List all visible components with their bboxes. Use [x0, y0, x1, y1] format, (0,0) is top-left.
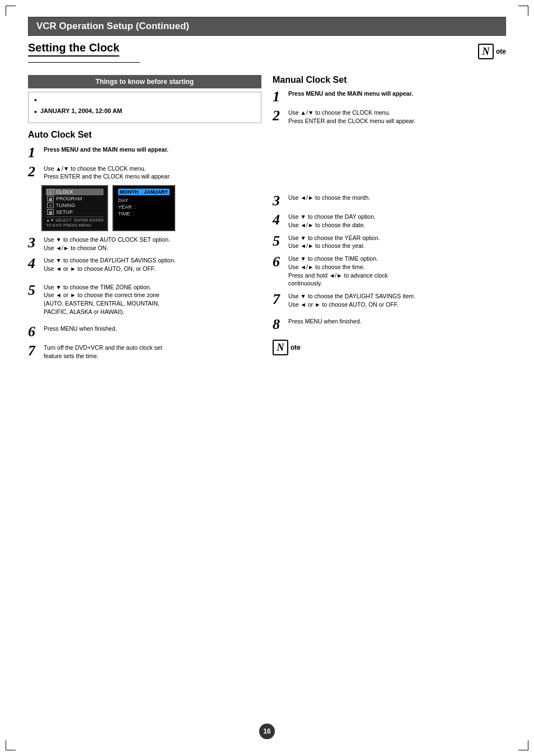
- note-box-bottom: N ote: [273, 340, 506, 355]
- menu-item-program: ▦ PROGRAM: [46, 195, 104, 202]
- day-row: DAY: [118, 198, 170, 203]
- month-value: JANUARY: [144, 189, 168, 195]
- menu-item-tuning-label: TUNING: [56, 203, 76, 208]
- auto-step-6-content: Press MENU when finished.: [44, 325, 261, 333]
- manual-step-5: 5 Use ▼ to choose the YEAR option. Use ◄…: [273, 234, 506, 250]
- clock-icon: ⊙: [47, 189, 54, 195]
- things-box-content: • • JANUARY 1, 2004, 12:00 AM: [28, 92, 261, 123]
- auto-step-4: 4 Use ▼ to choose the DAYLIGHT SAVINGS o…: [28, 256, 261, 274]
- auto-step-6-num: 6: [28, 325, 40, 339]
- manual-step-7-content: Use ▼ to choose the DAYLIGHT SAVINGS ite…: [288, 292, 506, 308]
- menu-item-clock: ⊙ CLOCK: [46, 189, 104, 195]
- manual-step-1: 1 Press MENU and the MAIN menu will appe…: [273, 90, 506, 104]
- corner-mark-tr: [518, 6, 528, 16]
- auto-step-2: 2 Use ▲/▼ to choose the CLOCK menu. Pres…: [28, 165, 261, 181]
- manual-step-3-content: Use ◄/► to choose the month.: [288, 194, 506, 202]
- auto-step-7-content: Turn off the DVD+VCR and the auto clock …: [44, 344, 261, 360]
- manual-step-6: 6 Use ▼ to choose the TIME option. Use ◄…: [273, 255, 506, 288]
- auto-step-5-num: 5: [28, 283, 40, 298]
- menu-item-program-label: PROGRAM: [56, 196, 82, 201]
- auto-step-6: 6 Press MENU when finished.: [28, 325, 261, 339]
- auto-step-1-content: Press MENU and the MAIN menu will appear…: [44, 145, 261, 154]
- manual-step-1-content: Press MENU and the MAIN menu will appear…: [288, 90, 506, 98]
- menu-item-setup: ▦ SETUP: [46, 209, 104, 215]
- left-column: Things to know before starting • • JANUA…: [28, 75, 261, 365]
- bullet-2: •: [34, 107, 37, 117]
- auto-step-1: 1 Press MENU and the MAIN menu will appe…: [28, 145, 261, 160]
- page-number: 16: [259, 724, 275, 739]
- menu-right-screen: MONTH JANUARY DAY YEAR : TIME :: [113, 185, 175, 231]
- tuning-icon: ≡: [47, 203, 54, 208]
- right-column: Manual Clock Set 1 Press MENU and the MA…: [273, 75, 506, 365]
- auto-step-5-content: Use ▼ to choose the TIME ZONE option. Us…: [44, 283, 261, 316]
- note-icon-top: N: [478, 44, 494, 59]
- header-title: VCR Operation Setup (Continued): [36, 21, 189, 31]
- menu-footer: ▲▼ SELECT ENTER ENTER TO EXIT PRESS MENU: [46, 217, 104, 228]
- auto-step-5: 5 Use ▼ to choose the TIME ZONE option. …: [28, 283, 261, 316]
- things-box-title: Things to know before starting: [28, 75, 261, 88]
- auto-step-1-num: 1: [28, 145, 40, 160]
- menu-item-tuning: ≡ TUNING: [46, 202, 104, 209]
- note-suffix-bottom: ote: [291, 344, 301, 351]
- spacer-for-menu: [273, 129, 506, 194]
- manual-step-4: 4 Use ▼ to choose the DAY option. Use ◄/…: [273, 213, 506, 229]
- auto-step-4-content: Use ▼ to choose the DAYLIGHT SAVINGS opt…: [44, 256, 261, 274]
- time-row: TIME :: [118, 211, 170, 217]
- manual-step-3: 3 Use ◄/► to choose the month.: [273, 194, 506, 208]
- manual-step-8-num: 8: [273, 317, 285, 332]
- month-bar: MONTH JANUARY: [118, 189, 170, 195]
- corner-mark-br: [518, 740, 528, 750]
- manual-step-8-content: Press MENU when finished.: [288, 317, 506, 326]
- note-icon-bottom: N: [273, 340, 288, 355]
- auto-step-2-num: 2: [28, 165, 40, 179]
- manual-step-4-content: Use ▼ to choose the DAY option. Use ◄/► …: [288, 213, 506, 229]
- manual-step-3-num: 3: [273, 194, 285, 208]
- auto-step-3-content: Use ▼ to choose the AUTO CLOCK SET optio…: [44, 236, 261, 252]
- menu-item-clock-label: CLOCK: [56, 189, 73, 195]
- menu-left: ⊙ CLOCK ▦ PROGRAM ≡ TUNING ▦ SETUP: [41, 185, 108, 231]
- month-label: MONTH: [120, 189, 138, 195]
- note-suffix-top: ote: [496, 48, 506, 55]
- bullet-2-text: JANUARY 1, 2004, 12:00 AM: [40, 107, 122, 114]
- manual-step-1-num: 1: [273, 90, 285, 104]
- section-title: Setting the Clock: [28, 41, 119, 57]
- auto-step-7: 7 Turn off the DVD+VCR and the auto cloc…: [28, 344, 261, 360]
- auto-step-3: 3 Use ▼ to choose the AUTO CLOCK SET opt…: [28, 236, 261, 252]
- manual-step-6-content: Use ▼ to choose the TIME option. Use ◄/►…: [288, 255, 506, 288]
- menu-screenshots: ⊙ CLOCK ▦ PROGRAM ≡ TUNING ▦ SETUP: [41, 185, 261, 231]
- manual-clock-title: Manual Clock Set: [273, 75, 506, 85]
- auto-step-3-num: 3: [28, 236, 40, 250]
- manual-step-4-num: 4: [273, 213, 285, 227]
- manual-step-5-content: Use ▼ to choose the YEAR option. Use ◄/►…: [288, 234, 506, 250]
- manual-step-7: 7 Use ▼ to choose the DAYLIGHT SAVINGS i…: [273, 292, 506, 308]
- program-icon: ▦: [47, 196, 54, 201]
- corner-mark-bl: [6, 740, 16, 750]
- manual-step-2: 2 Use ▲/▼ to choose the CLOCK menu. Pres…: [273, 109, 506, 125]
- menu-item-setup-label: SETUP: [56, 209, 73, 215]
- manual-step-8: 8 Press MENU when finished.: [273, 317, 506, 332]
- auto-clock-title: Auto Clock Set: [28, 130, 261, 140]
- corner-mark-tl: [6, 6, 16, 16]
- manual-step-7-num: 7: [273, 292, 285, 307]
- manual-step-2-num: 2: [273, 109, 285, 123]
- bullet-1: •: [34, 96, 37, 105]
- manual-step-5-num: 5: [273, 234, 285, 248]
- manual-step-6-num: 6: [273, 255, 285, 269]
- page: VCR Operation Setup (Continued) Setting …: [0, 0, 534, 756]
- auto-step-2-content: Use ▲/▼ to choose the CLOCK menu. Press …: [44, 165, 261, 181]
- note-area-top: N ote: [478, 44, 506, 59]
- setup-icon: ▦: [47, 209, 54, 215]
- auto-step-4-num: 4: [28, 256, 40, 271]
- header-bar: VCR Operation Setup (Continued): [28, 17, 506, 36]
- manual-step-2-content: Use ▲/▼ to choose the CLOCK menu. Press …: [288, 109, 506, 125]
- year-row: YEAR :: [118, 204, 170, 210]
- auto-step-7-num: 7: [28, 344, 40, 358]
